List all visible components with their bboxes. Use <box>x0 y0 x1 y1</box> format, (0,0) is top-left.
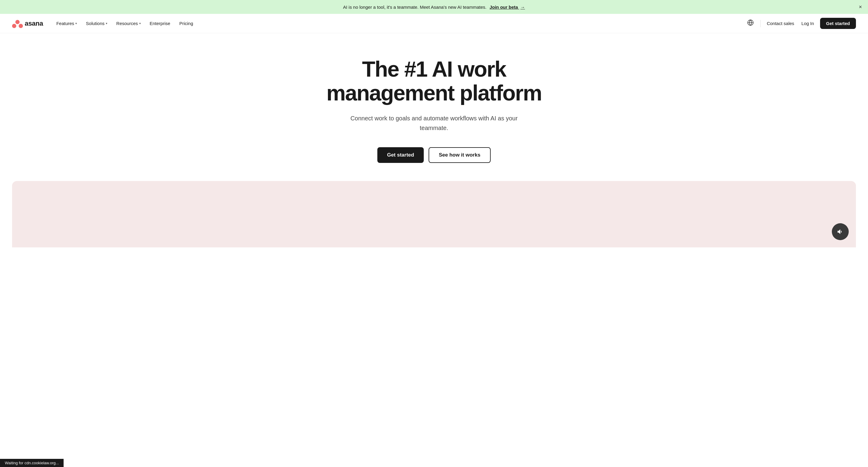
nav-pricing-label: Pricing <box>179 21 193 26</box>
asana-logo-svg <box>12 19 23 28</box>
mute-button[interactable] <box>832 223 849 240</box>
contact-sales-link[interactable]: Contact sales <box>766 19 795 28</box>
nav-pricing[interactable]: Pricing <box>176 19 197 28</box>
hero-subtitle: Connect work to goals and automate workf… <box>350 113 518 133</box>
resources-chevron-icon: ▾ <box>139 22 141 25</box>
video-section <box>12 181 856 247</box>
hero-section: The #1 AI work management platform Conne… <box>0 33 868 181</box>
nav-right: Contact sales Log In Get started <box>745 18 856 29</box>
globe-icon <box>747 19 754 26</box>
nav-enterprise[interactable]: Enterprise <box>146 19 174 28</box>
svg-point-2 <box>19 24 23 28</box>
banner-close-button[interactable]: × <box>859 4 862 10</box>
join-beta-link[interactable]: Join our beta → <box>490 4 525 10</box>
asana-logo: asana <box>12 19 43 28</box>
svg-point-0 <box>16 20 20 24</box>
banner-arrow-icon: → <box>521 4 525 10</box>
language-selector-button[interactable] <box>745 18 755 29</box>
nav-get-started-button[interactable]: Get started <box>820 18 856 29</box>
banner-message: AI is no longer a tool, it's a teammate.… <box>343 4 487 10</box>
nav-resources[interactable]: Resources ▾ <box>113 19 144 28</box>
hero-title: The #1 AI work management platform <box>319 57 549 105</box>
nav-features[interactable]: Features ▾ <box>53 19 81 28</box>
banner-text: AI is no longer a tool, it's a teammate.… <box>343 4 525 10</box>
logo-link[interactable]: asana <box>12 19 43 28</box>
hero-buttons: Get started See how it works <box>377 147 491 163</box>
nav-divider <box>761 20 761 27</box>
solutions-chevron-icon: ▾ <box>106 22 107 25</box>
navbar: asana Features ▾ Solutions ▾ Resources ▾… <box>0 14 868 33</box>
announcement-banner: AI is no longer a tool, it's a teammate.… <box>0 0 868 14</box>
nav-features-label: Features <box>56 21 74 26</box>
hero-see-how-button[interactable]: See how it works <box>429 147 491 163</box>
nav-solutions[interactable]: Solutions ▾ <box>82 19 111 28</box>
join-beta-text: Join our beta <box>490 4 518 10</box>
nav-left: asana Features ▾ Solutions ▾ Resources ▾… <box>12 19 197 28</box>
nav-enterprise-label: Enterprise <box>150 21 170 26</box>
hero-get-started-button[interactable]: Get started <box>377 147 424 163</box>
features-chevron-icon: ▾ <box>75 22 77 25</box>
svg-point-1 <box>12 24 16 28</box>
log-in-link[interactable]: Log In <box>800 19 815 28</box>
nav-resources-label: Resources <box>116 21 138 26</box>
nav-links: Features ▾ Solutions ▾ Resources ▾ Enter… <box>53 19 197 28</box>
mute-icon <box>837 228 844 235</box>
logo-text: asana <box>25 20 43 27</box>
nav-solutions-label: Solutions <box>86 21 104 26</box>
